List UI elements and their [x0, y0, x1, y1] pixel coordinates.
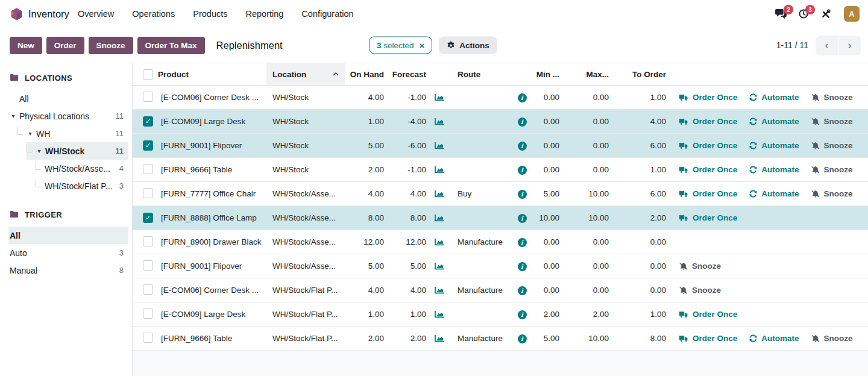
max-qty-cell[interactable]: 0.00	[562, 262, 611, 271]
max-qty-cell[interactable]: 0.00	[562, 165, 611, 174]
activities-button[interactable]: 3	[799, 9, 808, 19]
table-row[interactable]: ✓[FURN_9001] FlipoverWH/Stock5.00-6.00i0…	[133, 134, 868, 158]
min-qty-cell[interactable]: 0.00	[531, 262, 562, 271]
snooze-row-button[interactable]: Snooze	[811, 165, 853, 174]
snooze-row-button[interactable]: Snooze	[679, 262, 721, 271]
header-product[interactable]: Product	[156, 63, 266, 85]
sidebar-item-auto[interactable]: Auto3	[0, 244, 132, 262]
automate-button[interactable]: Automate	[749, 141, 799, 150]
table-row[interactable]: [FURN_7777] Office ChairWH/Stock/Asse...…	[133, 182, 868, 206]
menu-products[interactable]: Products	[193, 9, 227, 19]
new-button[interactable]: New	[10, 37, 42, 54]
order-once-button[interactable]: Order Once	[679, 165, 737, 174]
close-icon[interactable]: ×	[420, 41, 425, 50]
location-cell[interactable]: WH/Stock/Flat P...	[266, 286, 345, 295]
route-cell[interactable]: Manufacture	[450, 286, 513, 295]
area-chart-icon[interactable]	[435, 287, 444, 295]
info-circle-icon[interactable]: i	[518, 93, 527, 102]
table-row[interactable]: [FURN_9001] FlipoverWH/Stock/Asse...5.00…	[133, 254, 868, 278]
snooze-row-button[interactable]: Snooze	[811, 117, 853, 126]
min-qty-cell[interactable]: 5.00	[531, 334, 562, 343]
snooze-row-button[interactable]: Snooze	[811, 189, 853, 198]
sidebar-item-all[interactable]: All	[0, 227, 132, 244]
order-once-button[interactable]: Order Once	[679, 310, 737, 319]
max-qty-cell[interactable]: 10.00	[562, 189, 611, 198]
table-row[interactable]: [E-COM09] Large DeskWH/Stock/Flat P...1.…	[133, 302, 868, 327]
location-cell[interactable]: WH/Stock	[266, 141, 345, 150]
row-checkbox[interactable]	[143, 92, 153, 102]
header-route[interactable]: Route	[450, 63, 513, 85]
to-order-cell[interactable]: 1.00	[611, 310, 668, 319]
product-cell[interactable]: [FURN_8900] Drawer Black	[156, 237, 266, 246]
row-checkbox[interactable]: ✓	[143, 213, 153, 223]
order-button[interactable]: Order	[46, 37, 84, 54]
area-chart-icon[interactable]	[435, 142, 444, 150]
snooze-row-button[interactable]: Snooze	[811, 334, 853, 343]
table-row[interactable]: [FURN_8900] Drawer BlackWH/Stock/Asse...…	[133, 230, 868, 254]
actions-button[interactable]: Actions	[439, 37, 497, 54]
sidebar-item-wh[interactable]: ▾WH11	[0, 125, 132, 142]
row-checkbox[interactable]	[143, 260, 153, 271]
sidebar-item-wh-stock[interactable]: ▾WH/Stock11	[0, 142, 132, 160]
max-qty-cell[interactable]: 0.00	[562, 237, 611, 246]
menu-reporting[interactable]: Reporting	[245, 9, 283, 19]
area-chart-icon[interactable]	[435, 118, 444, 126]
select-all-checkbox[interactable]	[143, 69, 153, 80]
automate-button[interactable]: Automate	[749, 117, 799, 126]
info-circle-icon[interactable]: i	[518, 286, 527, 295]
area-chart-icon[interactable]	[435, 263, 444, 271]
sidebar-item-physical-locations[interactable]: ▾Physical Locations11	[0, 107, 132, 125]
min-qty-cell[interactable]: 0.00	[531, 286, 562, 295]
max-qty-cell[interactable]: 0.00	[562, 93, 611, 102]
min-qty-cell[interactable]: 0.00	[531, 237, 562, 246]
automate-button[interactable]: Automate	[749, 334, 799, 343]
info-circle-icon[interactable]: i	[518, 190, 527, 199]
route-cell[interactable]: Buy	[450, 189, 513, 198]
product-cell[interactable]: [E-COM06] Corner Desk ...	[156, 286, 266, 295]
location-cell[interactable]: WH/Stock	[266, 165, 345, 174]
to-order-cell[interactable]: 0.00	[611, 286, 668, 295]
menu-operations[interactable]: Operations	[132, 9, 175, 19]
order-once-button[interactable]: Order Once	[679, 213, 737, 222]
product-cell[interactable]: [FURN_8888] Office Lamp	[156, 213, 266, 222]
location-cell[interactable]: WH/Stock	[266, 117, 345, 126]
info-circle-icon[interactable]: i	[518, 262, 527, 271]
order-once-button[interactable]: Order Once	[679, 93, 737, 102]
header-forecast[interactable]: Forecast	[386, 63, 429, 85]
order-once-button[interactable]: Order Once	[679, 189, 737, 198]
pager-next-button[interactable]: ›	[838, 36, 861, 55]
order-once-button[interactable]: Order Once	[679, 141, 737, 150]
info-circle-icon[interactable]: i	[518, 166, 527, 175]
location-cell[interactable]: WH/Stock/Flat P...	[266, 334, 345, 343]
min-qty-cell[interactable]: 2.00	[531, 310, 562, 319]
to-order-cell[interactable]: 0.00	[611, 237, 668, 246]
snooze-row-button[interactable]: Snooze	[811, 93, 853, 102]
table-row[interactable]: [E-COM06] Corner Desk ...WH/Stock/Flat P…	[133, 278, 868, 302]
menu-overview[interactable]: Overview	[78, 9, 114, 19]
area-chart-icon[interactable]	[435, 94, 444, 102]
to-order-cell[interactable]: 6.00	[611, 141, 668, 150]
to-order-cell[interactable]: 8.00	[611, 334, 668, 343]
row-checkbox[interactable]	[143, 164, 153, 174]
product-cell[interactable]: [E-COM06] Corner Desk ...	[156, 93, 266, 102]
route-cell[interactable]: Manufacture	[450, 237, 513, 246]
max-qty-cell[interactable]: 2.00	[562, 310, 611, 319]
product-cell[interactable]: [FURN_9001] Flipover	[156, 141, 266, 150]
order-once-button[interactable]: Order Once	[679, 117, 737, 126]
product-cell[interactable]: [FURN_9001] Flipover	[156, 262, 266, 271]
product-cell[interactable]: [E-COM09] Large Desk	[156, 310, 266, 319]
header-min[interactable]: Min ...	[531, 63, 562, 85]
info-circle-icon[interactable]: i	[518, 214, 527, 223]
area-chart-icon[interactable]	[435, 215, 444, 222]
min-qty-cell[interactable]: 0.00	[531, 141, 562, 150]
info-circle-icon[interactable]: i	[518, 334, 527, 343]
sidebar-item-all[interactable]: All	[0, 90, 132, 107]
snooze-row-button[interactable]: Snooze	[679, 286, 721, 295]
order-to-max-button[interactable]: Order To Max	[137, 37, 205, 54]
product-cell[interactable]: [FURN_7777] Office Chair	[156, 189, 266, 198]
location-cell[interactable]: WH/Stock/Asse...	[266, 189, 345, 198]
table-row[interactable]: ✓[E-COM09] Large DeskWH/Stock1.00-4.00i0…	[133, 110, 868, 134]
debug-tools-button[interactable]	[820, 9, 831, 19]
header-to-order[interactable]: To Order	[611, 63, 668, 85]
row-checkbox[interactable]	[143, 284, 153, 295]
